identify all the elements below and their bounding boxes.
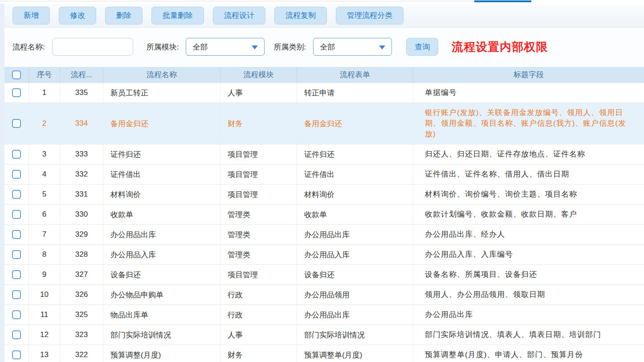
table-row[interactable]: 13 322 预算调整(月度) 财务 预算调整单(月度) 预算调整单(月度)、申… — [0, 345, 644, 362]
cell-no: 6 — [29, 205, 60, 224]
cell-no: 8 — [29, 245, 60, 264]
row-checkbox[interactable] — [12, 170, 21, 179]
cell-title-fields: 银行账户(发放)、关联备用金发放编号、领用人、领用日期、领用金额、项目名称、账户… — [413, 103, 644, 144]
row-checkbox-cell — [4, 205, 29, 224]
cell-module: 行政 — [220, 285, 297, 304]
category-label: 所属类别: — [273, 42, 306, 52]
cell-process-id: 335 — [60, 83, 103, 103]
table-row[interactable]: 10 326 办公物品申购单 行政 办公用品领用 领用人、办公用品领用、领取日期 — [0, 285, 644, 305]
cell-form: 办公用品出库 — [297, 305, 413, 325]
manage-category-button[interactable]: 管理流程分类 — [336, 7, 404, 25]
row-checkbox[interactable] — [12, 310, 21, 319]
cell-no: 10 — [29, 285, 60, 304]
cell-process-id: 330 — [60, 205, 103, 224]
cell-process-name: 办公物品申购单 — [103, 285, 220, 304]
top-hairline — [0, 1, 474, 1]
cell-title-fields: 归还人、归还日期、证件存放地点、证件名称 — [413, 144, 644, 164]
left-gutter — [0, 4, 4, 362]
cell-module: 财务 — [220, 103, 297, 144]
cell-module: 财务 — [220, 345, 297, 362]
table-row[interactable]: 6 330 收款单 管理类 收款单 收款计划编号、收款金额、收款日期、客户 — [0, 205, 644, 225]
cell-process-name: 证件借出 — [103, 165, 220, 184]
col-header-no[interactable]: 序号 — [29, 67, 60, 83]
cell-no: 3 — [29, 144, 60, 164]
process-design-button[interactable]: 流程设计 — [213, 7, 265, 25]
table-body: 1 335 新员工转正 人事 转正申请 单据编号 2 334 备用金归还 财务 … — [0, 83, 644, 362]
cell-process-id: 323 — [60, 325, 103, 345]
active-tab-indicator — [474, 0, 531, 2]
cell-no: 12 — [29, 325, 60, 345]
col-header-title[interactable]: 标题字段 — [413, 67, 644, 83]
cell-process-name: 办公用品出库 — [103, 225, 220, 244]
cell-process-name: 物品出库单 — [103, 305, 220, 325]
row-checkbox[interactable] — [12, 250, 21, 259]
row-checkbox[interactable] — [12, 190, 21, 199]
cell-no: 1 — [29, 83, 60, 103]
cell-form: 办公用品出库 — [297, 225, 413, 244]
edit-button[interactable]: 修改 — [59, 7, 96, 25]
cell-no: 5 — [29, 185, 60, 204]
row-checkbox[interactable] — [12, 150, 21, 159]
select-all-checkbox[interactable] — [12, 70, 21, 79]
table-row[interactable]: 8 328 办公用品入库 管理类 办公用品入库 办公用品入库、入库编号 — [0, 245, 644, 265]
row-checkbox[interactable] — [12, 119, 21, 128]
cell-process-name: 部门实际培训情况 — [103, 325, 220, 345]
row-checkbox[interactable] — [12, 330, 21, 339]
table-header: 序号 流程... 流程名称 流程模块 流程表单 标题字段 — [0, 67, 644, 83]
cell-title-fields: 设备名称、所属项目、设备归还 — [413, 265, 644, 284]
row-checkbox[interactable] — [12, 270, 21, 279]
col-header-form[interactable]: 流程表单 — [297, 67, 413, 83]
row-checkbox-cell — [4, 285, 29, 304]
table-row[interactable]: 7 329 办公用品出库 管理类 办公用品出库 办公用品出库、经办人 — [0, 225, 644, 245]
table-row[interactable]: 5 331 材料询价 项目管理 材料询价 材料询价、询价编号、询价主题、项目名称 — [0, 185, 644, 205]
row-checkbox-cell — [4, 185, 29, 204]
table-row[interactable]: 2 334 备用金归还 财务 备用金归还 银行账户(发放)、关联备用金发放编号、… — [0, 103, 644, 144]
module-select[interactable]: 全部 — [186, 38, 265, 56]
cell-no: 4 — [29, 165, 60, 184]
row-checkbox-cell — [4, 305, 29, 325]
row-checkbox[interactable] — [12, 290, 21, 299]
cell-process-name: 收款单 — [103, 205, 220, 224]
cell-process-id: 329 — [60, 225, 103, 244]
cell-no: 7 — [29, 225, 60, 244]
cell-process-id: 322 — [60, 345, 103, 362]
add-button[interactable]: 新增 — [12, 7, 50, 25]
batch-delete-button[interactable]: 批量删除 — [151, 7, 204, 25]
row-checkbox-cell — [4, 144, 29, 164]
chevron-down-icon — [252, 45, 258, 49]
row-checkbox[interactable] — [12, 88, 21, 97]
process-name-label: 流程名称: — [12, 42, 45, 52]
table-row[interactable]: 12 323 部门实际培训情况 人事 部门实际培训情况 部门实际培训情况、填表人… — [0, 325, 644, 345]
cell-module: 管理类 — [220, 205, 297, 224]
table-row[interactable]: 9 327 设备归还 项目管理 设备归还 设备名称、所属项目、设备归还 — [0, 265, 644, 285]
row-checkbox[interactable] — [12, 350, 21, 359]
cell-process-name: 材料询价 — [103, 185, 220, 204]
cell-title-fields: 证件借出、证件名称、借用人、借出日期 — [413, 165, 644, 184]
top-strip — [0, 0, 644, 4]
cell-title-fields: 收款计划编号、收款金额、收款日期、客户 — [413, 205, 644, 224]
delete-button[interactable]: 删除 — [105, 7, 143, 25]
cell-process-id: 325 — [60, 305, 103, 325]
process-name-input[interactable] — [52, 38, 133, 56]
row-checkbox[interactable] — [12, 210, 21, 219]
cell-process-id: 328 — [60, 245, 103, 264]
row-checkbox[interactable] — [12, 230, 21, 239]
search-button[interactable]: 查询 — [406, 38, 438, 56]
cell-process-name: 办公用品入库 — [103, 245, 220, 264]
cell-process-id: 334 — [60, 103, 103, 144]
process-copy-button[interactable]: 流程复制 — [274, 7, 327, 25]
col-header-module[interactable]: 流程模块 — [220, 67, 297, 83]
table-row[interactable]: 1 335 新员工转正 人事 转正申请 单据编号 — [0, 83, 644, 103]
header-checkbox-cell — [4, 67, 29, 83]
col-header-name[interactable]: 流程名称 — [103, 67, 220, 83]
cell-form: 设备归还 — [297, 265, 413, 284]
cell-title-fields: 办公用品入库、入库编号 — [413, 245, 644, 264]
category-select[interactable]: 全部 — [313, 38, 392, 56]
row-checkbox-cell — [4, 345, 29, 362]
col-header-id[interactable]: 流程... — [60, 67, 103, 83]
table-row[interactable]: 11 325 物品出库单 行政 办公用品出库 办公用品出库 — [0, 305, 644, 325]
cell-module: 人事 — [220, 83, 297, 103]
table-row[interactable]: 3 333 证件归还 项目管理 证件归还 归还人、归还日期、证件存放地点、证件名… — [0, 144, 644, 165]
table-row[interactable]: 4 332 证件借出 项目管理 证件借出 证件借出、证件名称、借用人、借出日期 — [0, 165, 644, 185]
cell-form: 办公用品入库 — [297, 245, 413, 264]
